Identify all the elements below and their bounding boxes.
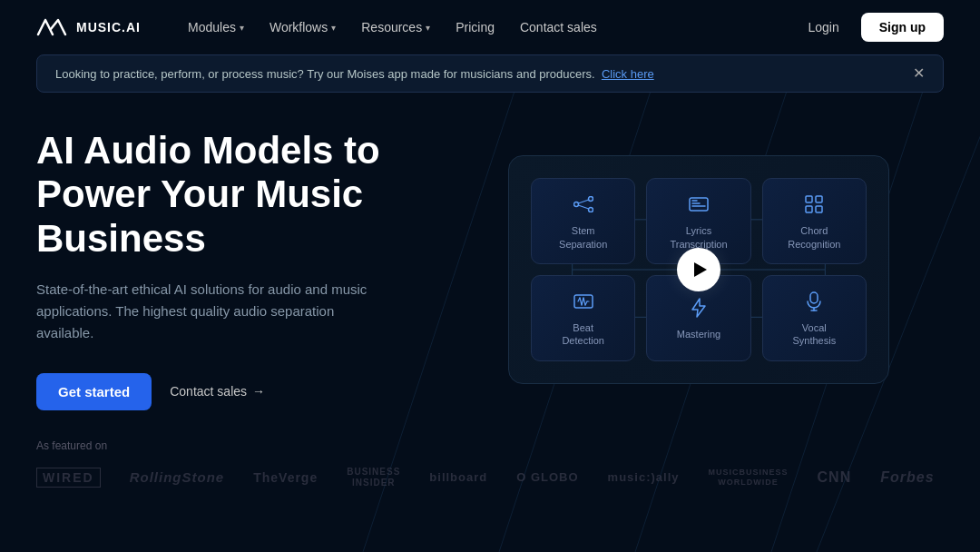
svg-rect-27: [690, 198, 708, 211]
svg-point-22: [588, 197, 593, 202]
module-card-stem-separation[interactable]: StemSeparation: [531, 178, 635, 264]
module-label: ChordRecognition: [788, 224, 840, 251]
svg-rect-32: [816, 196, 822, 202]
announcement-banner: Looking to practice, perform, or process…: [36, 54, 944, 93]
module-card-vocal-synthesis[interactable]: VocalSynthesis: [762, 275, 867, 361]
svg-rect-35: [574, 295, 593, 308]
chevron-down-icon: ▾: [240, 23, 244, 33]
hero-content: AI Audio Models to Power Your Music Busi…: [36, 129, 417, 410]
nav-contact-sales[interactable]: Contact sales: [509, 15, 608, 40]
logo-billboard: billboard: [429, 470, 487, 484]
module-card-chord-recognition[interactable]: ChordRecognition: [762, 178, 867, 264]
module-showcase: StemSeparation LyricsTranscription: [454, 155, 944, 383]
chevron-down-icon: ▾: [426, 23, 430, 33]
nav-links: Modules ▾ Workflows ▾ Resources ▾ Pricin…: [177, 15, 797, 40]
hero-section: AI Audio Models to Power Your Music Busi…: [0, 93, 980, 410]
module-label: Mastering: [677, 328, 720, 340]
svg-line-39: [583, 298, 585, 305]
logo-forbes: Forbes: [880, 469, 934, 486]
mic-icon: [801, 289, 827, 314]
banner-text: Looking to practice, perform, or process…: [55, 67, 654, 81]
hero-cta: Get started Contact sales →: [36, 373, 417, 410]
logo-business-insider: BUSINESSINSIDER: [347, 467, 400, 488]
nav-actions: Login Sign up: [797, 13, 944, 42]
logo-wired: WIRED: [36, 468, 101, 488]
svg-line-25: [578, 200, 589, 203]
logo-the-verge: TheVerge: [253, 470, 318, 485]
logo-music-ally: music:)ally: [608, 470, 680, 484]
play-button[interactable]: [677, 248, 720, 291]
navigation: MUSIC.AI Modules ▾ Workflows ▾ Resources…: [0, 0, 980, 54]
featured-label: As featured on: [36, 439, 944, 452]
banner-link[interactable]: Click here: [602, 67, 654, 81]
module-label: StemSeparation: [559, 224, 607, 251]
featured-section: As featured on WIRED RollingStone TheVer…: [0, 410, 980, 488]
nav-resources[interactable]: Resources ▾: [350, 15, 441, 40]
svg-point-24: [573, 202, 578, 207]
module-card-beat-detection[interactable]: BeatDetection: [531, 275, 635, 361]
caption-icon: [686, 192, 711, 217]
svg-line-40: [585, 301, 587, 305]
featured-logos: WIRED RollingStone TheVerge BUSINESSINSI…: [36, 467, 944, 488]
chevron-down-icon: ▾: [331, 23, 336, 33]
svg-rect-34: [816, 206, 822, 212]
grid-icon: [801, 192, 827, 217]
module-label: VocalSynthesis: [792, 321, 836, 348]
arrow-right-icon: →: [252, 384, 265, 399]
nav-modules[interactable]: Modules ▾: [177, 15, 255, 40]
login-button[interactable]: Login: [797, 15, 849, 40]
banner-close-button[interactable]: ✕: [913, 66, 925, 81]
module-label: LyricsTranscription: [670, 224, 727, 251]
logo-music-business-worldwide: MUSICBUSINESSWORLDWIDE: [709, 468, 789, 488]
svg-rect-31: [806, 196, 812, 202]
module-label: BeatDetection: [562, 321, 603, 348]
module-grid-container: StemSeparation LyricsTranscription: [508, 155, 889, 383]
signup-button[interactable]: Sign up: [861, 13, 944, 42]
contact-sales-button[interactable]: Contact sales →: [170, 384, 265, 399]
bolt-icon: [686, 295, 711, 320]
hero-subtitle: State-of-the-art ethical AI solutions fo…: [36, 279, 381, 344]
logo-text: MUSIC.AI: [76, 20, 141, 34]
hero-title: AI Audio Models to Power Your Music Busi…: [36, 129, 417, 261]
nav-workflows[interactable]: Workflows ▾: [259, 15, 347, 40]
logo-rolling-stone: RollingStone: [130, 469, 225, 485]
svg-rect-33: [806, 206, 812, 212]
logo[interactable]: MUSIC.AI: [36, 16, 141, 38]
waveform-icon: [571, 289, 596, 314]
share-icon: [571, 192, 596, 217]
svg-point-23: [588, 208, 593, 212]
logo-o-globo: O GLOBO: [516, 470, 578, 484]
svg-line-26: [578, 205, 589, 209]
get-started-button[interactable]: Get started: [36, 373, 152, 410]
nav-pricing[interactable]: Pricing: [445, 15, 505, 40]
svg-rect-42: [810, 292, 818, 303]
logo-cnn: CNN: [818, 469, 852, 486]
